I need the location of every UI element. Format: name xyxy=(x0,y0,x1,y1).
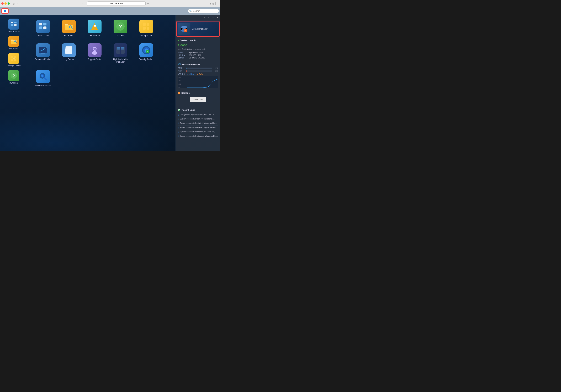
svg-rect-13 xyxy=(39,23,42,25)
desktop-control-panel-icon xyxy=(36,20,50,33)
sidebar-item-file-station[interactable]: File Station xyxy=(1,35,26,51)
svg-rect-0 xyxy=(11,22,13,23)
desktop-app-resource-monitor[interactable]: Resource Monitor xyxy=(33,42,53,65)
widget-expand-button[interactable]: ⤢ xyxy=(211,16,215,19)
desktop-app-security-advisor[interactable]: ✓ Security Advisor xyxy=(136,42,157,65)
log-entry-0: ℹ User [admin] logged in from [192.168.1… xyxy=(178,113,218,117)
minimize-button[interactable] xyxy=(4,2,7,5)
resource-lan-down: ● 1 KB/s xyxy=(187,73,194,75)
svg-rect-46 xyxy=(121,50,124,50)
address-bar[interactable]: 192.168.1.210 xyxy=(87,1,146,6)
resource-ram-bar xyxy=(186,71,187,72)
resource-cpu-bar xyxy=(186,68,186,69)
desktop-app-label-file-station: File Station xyxy=(64,34,74,37)
svg-rect-64 xyxy=(178,109,180,110)
desktop-resource-monitor-icon xyxy=(36,43,50,57)
svg-text:EZ: EZ xyxy=(93,25,96,28)
desktop-package-center-icon xyxy=(139,20,153,33)
widget-add-button[interactable]: + xyxy=(203,16,206,19)
search-input[interactable] xyxy=(188,9,219,13)
log-text-0: User [admin] logged in from [192.168.1.6… xyxy=(180,113,216,116)
health-lan-label: LAN 1 ▼ xyxy=(178,54,188,56)
dsm-home-button[interactable] xyxy=(1,8,9,14)
back-button[interactable]: ‹ xyxy=(17,2,19,5)
resource-monitor-icon-small xyxy=(178,63,181,66)
health-status: Good xyxy=(178,43,218,47)
widget-close-button[interactable]: × xyxy=(216,16,219,19)
log-entry-5: ℹ System successfully stopped [Windows f… xyxy=(178,134,218,138)
desktop-ha-manager-icon xyxy=(114,43,127,57)
svg-rect-9 xyxy=(14,59,16,61)
resource-cpu-row: CPU 2% xyxy=(178,67,218,69)
resource-monitor-widget: Resource Monitor CPU 2% RAM 5% LAN 1 ▼ ● xyxy=(176,61,220,90)
desktop-app-label-log-center: Log Center xyxy=(64,58,74,61)
maximize-button[interactable] xyxy=(8,2,10,5)
svg-line-54 xyxy=(44,78,46,80)
address-bar-container: ··· 192.168.1.210 ↻ xyxy=(23,1,208,6)
sidebar-item-package-center[interactable]: Package Center xyxy=(1,52,26,68)
desktop-app-ha-manager[interactable]: High Availability Manager xyxy=(110,42,131,65)
desktop-app-label-control-panel: Control Panel xyxy=(37,34,49,37)
control-panel-icon xyxy=(8,19,19,30)
widget-minimize-button[interactable]: − xyxy=(207,16,210,19)
resource-ram-pct: 5% xyxy=(214,70,218,72)
svg-text:?: ? xyxy=(12,73,15,78)
svg-rect-2 xyxy=(11,24,13,26)
sidebar-item-control-panel[interactable]: Control Panel xyxy=(1,18,26,33)
resource-lan-label: LAN 1 ▼ xyxy=(178,73,185,75)
svg-point-55 xyxy=(41,75,43,77)
storage-manager-widget[interactable]: ! Storage Manager xyxy=(176,21,220,37)
grid-icon xyxy=(4,10,6,12)
svg-rect-15 xyxy=(39,26,42,29)
svg-rect-42 xyxy=(117,49,120,49)
tab-dots[interactable]: ··· xyxy=(82,2,86,5)
desktop-app-log-center[interactable]: Log Center xyxy=(58,42,79,65)
sidebar-toggle-button[interactable]: ⊡ xyxy=(11,2,16,5)
desktop-app-ez-internet[interactable]: EZ EZ-Internet xyxy=(84,18,105,39)
sidebar-item-label-dsm-help: DSM Help xyxy=(10,82,18,84)
close-button[interactable] xyxy=(1,2,4,5)
file-station-icon xyxy=(8,36,19,47)
system-health-icon: ● xyxy=(178,39,179,41)
resource-chart-line xyxy=(187,76,218,88)
dsm-sidebar: Control Panel File Station xyxy=(0,15,28,151)
desktop-app-dsm-help[interactable]: ? DSM Help xyxy=(110,18,131,39)
svg-rect-16 xyxy=(43,26,46,29)
resource-chart: 200 150 100 50 0 xyxy=(178,76,218,88)
desktop-app-label-security-advisor: Security Advisor xyxy=(139,58,154,61)
desktop-app-file-station[interactable]: File Station xyxy=(58,18,79,39)
dsm-help-icon: ? xyxy=(8,70,19,81)
sidebar-item-dsm-help[interactable]: ? DSM Help xyxy=(1,69,26,85)
desktop-app-support-center[interactable]: Support Center xyxy=(84,42,105,65)
resource-cpu-bar-bg xyxy=(186,68,212,69)
desktop-app-universal-search[interactable]: Universal Search xyxy=(33,68,53,89)
health-uptime-row: Uptime 25 day(s) 10:31:36 xyxy=(178,57,218,59)
svg-rect-41 xyxy=(117,47,120,48)
svg-point-38 xyxy=(93,48,96,50)
svg-rect-25 xyxy=(147,23,149,26)
desktop-app-label-resource-monitor: Resource Monitor xyxy=(35,58,51,61)
recent-logs-title: Recent Logs xyxy=(178,108,218,111)
system-health-widget: ● System Health Good Your RackStation is… xyxy=(176,37,220,61)
log-text-4: System successfully started [NFS service… xyxy=(180,131,216,133)
desktop-app-control-panel[interactable]: Control Panel xyxy=(33,18,53,39)
add-tab-button[interactable]: + xyxy=(216,2,219,5)
forward-button[interactable]: › xyxy=(20,2,22,5)
new-tab-button[interactable]: ⊞ xyxy=(212,2,215,5)
desktop-app-package-center[interactable]: Package Center xyxy=(136,18,157,39)
svg-rect-43 xyxy=(117,50,120,50)
svg-rect-29 xyxy=(41,53,45,54)
share-button[interactable]: ⬆ xyxy=(209,2,211,5)
svg-point-37 xyxy=(92,51,97,55)
desktop-app-label-universal-search: Universal Search xyxy=(35,84,51,87)
log-info-icon-4: ℹ xyxy=(178,131,179,133)
desktop-app-label-ha-manager: High Availability Manager xyxy=(111,58,129,63)
desktop-app-label-dsm-help: DSM Help xyxy=(116,34,125,37)
svg-point-35 xyxy=(65,47,66,49)
reload-button[interactable]: ↻ xyxy=(147,2,149,5)
desktop-dsm-help-icon: ? xyxy=(114,20,127,33)
log-info-icon-1: ℹ xyxy=(178,118,179,120)
sidebar-item-label-package-center: Package Center xyxy=(7,65,21,67)
desktop-app-label-package-center: Package Center xyxy=(139,34,154,37)
svg-rect-31 xyxy=(66,48,70,48)
